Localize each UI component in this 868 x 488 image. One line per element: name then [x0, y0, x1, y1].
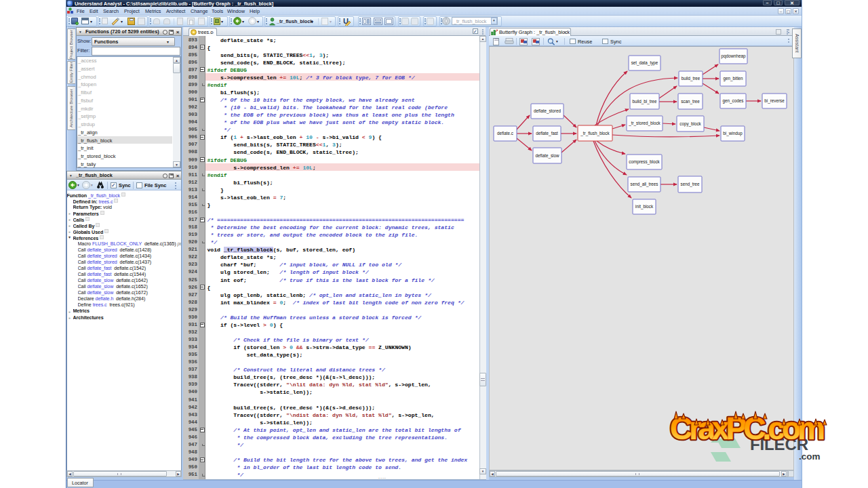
svg-text:.com: .com [799, 451, 821, 462]
svg-text:gen_bitlen: gen_bitlen [723, 76, 743, 81]
svg-text:gen_codes: gen_codes [723, 98, 744, 104]
svg-text:deflate_stored: deflate_stored [534, 108, 561, 114]
svg-text:pqdownheap: pqdownheap [721, 54, 746, 59]
svg-text:_tr_flush_block: _tr_flush_block [580, 131, 610, 136]
svg-text:send_tree: send_tree [680, 182, 700, 187]
svg-text:build_bl_tree: build_bl_tree [632, 99, 657, 104]
svg-text:CraxPC.com: CraxPC.com [670, 411, 825, 446]
svg-text:_tr_stored_block: _tr_stored_block [628, 121, 660, 126]
svg-text:deflate_fast: deflate_fast [536, 131, 558, 136]
svg-text:deflate.c: deflate.c [497, 131, 513, 136]
svg-text:deflate_slow: deflate_slow [535, 153, 559, 159]
svg-text:copy_block: copy_block [679, 121, 701, 127]
svg-text:set_data_type: set_data_type [631, 60, 658, 66]
svg-text:compress_block: compress_block [629, 159, 660, 165]
svg-text:init_block: init_block [635, 204, 654, 209]
svg-text:scan_tree: scan_tree [681, 99, 700, 104]
svg-text:bi_reverse: bi_reverse [764, 98, 785, 104]
svg-text:build_tree: build_tree [682, 76, 701, 81]
svg-text:send_all_trees: send_all_trees [631, 182, 658, 187]
svg-text:bi_windup: bi_windup [723, 131, 743, 136]
